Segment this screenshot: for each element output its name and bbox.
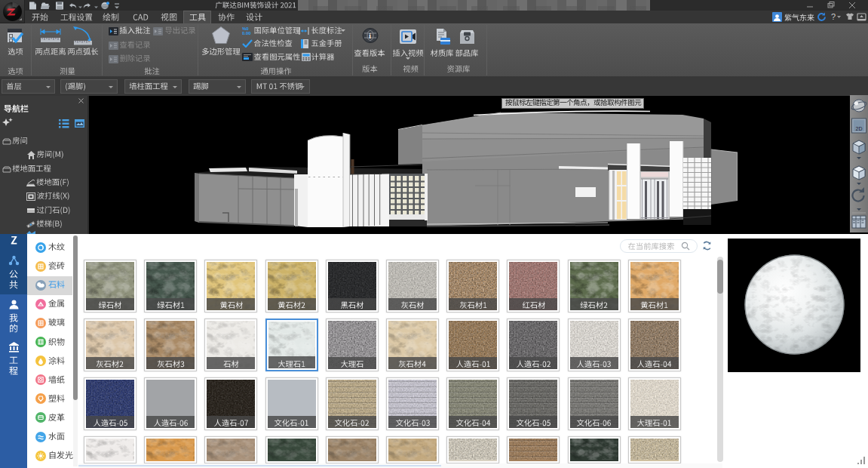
svg-text:i: i bbox=[369, 31, 371, 40]
svg-text:0.00: 0.00 bbox=[242, 31, 251, 35]
svg-text:2D: 2D bbox=[856, 126, 863, 131]
svg-text:?: ? bbox=[831, 12, 836, 21]
